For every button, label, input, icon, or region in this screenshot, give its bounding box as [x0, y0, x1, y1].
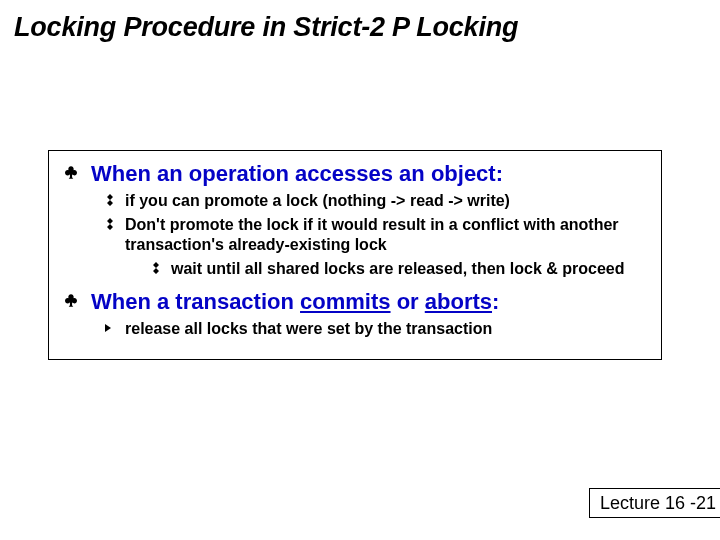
spacer — [61, 281, 649, 289]
bullet-level1: When a transaction commits or aborts: — [61, 289, 649, 315]
diamond-icon — [103, 218, 117, 230]
bullet-level3: wait until all shared locks are released… — [149, 259, 649, 279]
diamond-icon — [103, 194, 117, 206]
content-box: When an operation accesses an object: if… — [48, 150, 662, 360]
diamond-icon — [149, 262, 163, 274]
section2-sub1: release all locks that were set by the t… — [125, 319, 492, 339]
slide: Locking Procedure in Strict-2 P Locking … — [0, 0, 720, 540]
club-icon — [61, 292, 81, 310]
section1-sub1: if you can promote a lock (nothing -> re… — [125, 191, 510, 211]
section2-heading: When a transaction commits or aborts: — [91, 289, 499, 315]
bullet-level2: release all locks that were set by the t… — [103, 319, 649, 339]
club-icon — [61, 164, 81, 182]
section1-sub2a: wait until all shared locks are released… — [171, 259, 625, 279]
heading-post: : — [492, 289, 499, 314]
heading-or: or — [391, 289, 425, 314]
heading-pre: When a transaction — [91, 289, 300, 314]
slide-title: Locking Procedure in Strict-2 P Locking — [14, 12, 518, 43]
section1-heading: When an operation accesses an object: — [91, 161, 503, 187]
slide-footer: Lecture 16 -21 — [589, 488, 720, 518]
heading-commits: commits — [300, 289, 390, 314]
heading-aborts: aborts — [425, 289, 492, 314]
bullet-level1: When an operation accesses an object: — [61, 161, 649, 187]
section1-sub2: Don't promote the lock if it would resul… — [125, 215, 649, 255]
bullet-level2: if you can promote a lock (nothing -> re… — [103, 191, 649, 211]
bullet-level2: Don't promote the lock if it would resul… — [103, 215, 649, 255]
arrow-icon — [103, 322, 117, 334]
